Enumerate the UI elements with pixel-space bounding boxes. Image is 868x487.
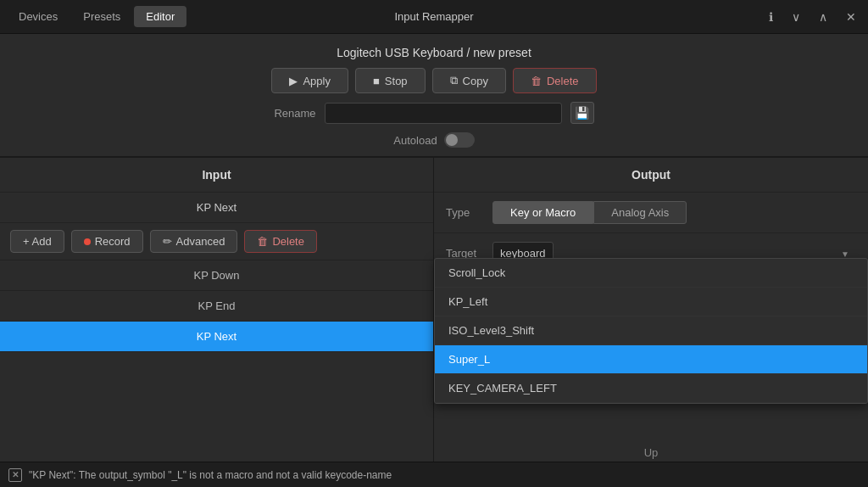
minimize-button[interactable]: ∨ <box>787 8 805 25</box>
play-icon: ▶ <box>289 75 298 87</box>
delete-input-button[interactable]: 🗑 Delete <box>244 230 317 253</box>
rename-input[interactable] <box>325 103 562 124</box>
action-buttons: ▶ Apply ■ Stop ⧉ Copy 🗑 Delete <box>271 68 596 93</box>
record-button[interactable]: Record <box>71 230 143 253</box>
chevron-down-icon: ▼ <box>841 249 849 258</box>
key-list: KP Down KP End KP Next <box>0 260 433 466</box>
stop-button[interactable]: ■ Stop <box>355 68 426 93</box>
dropdown-item-kp-left[interactable]: KP_Left <box>435 288 867 316</box>
app-title: Input Remapper <box>394 10 473 23</box>
save-button[interactable]: 💾 <box>570 102 594 124</box>
input-current-key: KP Next <box>0 193 433 223</box>
toolbar-section: Logitech USB Keyboard / new preset ▶ App… <box>0 34 868 157</box>
copy-button[interactable]: ⧉ Copy <box>432 68 506 93</box>
key-item-kp-end[interactable]: KP End <box>0 291 433 322</box>
output-header: Output <box>434 158 868 193</box>
rename-row: Rename 💾 <box>274 102 593 124</box>
dropdown-item-super-l[interactable]: Super_L <box>435 345 867 374</box>
dropdown-item-key-camera-left[interactable]: KEY_CAMERA_LEFT <box>435 374 867 403</box>
tab-presets[interactable]: Presets <box>71 6 132 27</box>
status-text: "KP Next": The output_symbol "_L" is not… <box>29 469 392 481</box>
autoload-toggle[interactable] <box>444 132 475 148</box>
tab-editor[interactable]: Editor <box>134 6 186 27</box>
titlebar-tabs: Devices Presets Editor <box>7 6 186 27</box>
key-dropdown: Scroll_Lock KP_Left ISO_Level3_Shift Sup… <box>434 258 868 404</box>
type-label: Type <box>446 206 484 219</box>
trash-input-icon: 🗑 <box>257 235 268 248</box>
toggle-knob <box>446 134 458 146</box>
main-content: Input KP Next + Add Record ✏ Advanced 🗑 … <box>0 157 868 466</box>
record-dot-icon <box>84 238 91 245</box>
key-item-kp-next[interactable]: KP Next <box>0 322 433 352</box>
dropdown-item-iso-level3[interactable]: ISO_Level3_Shift <box>435 316 867 345</box>
info-button[interactable]: ℹ <box>764 8 778 25</box>
key-item-kp-down[interactable]: KP Down <box>0 260 433 291</box>
autoload-label: Autoload <box>393 134 437 147</box>
type-buttons: Key or Macro Analog Axis <box>492 201 687 224</box>
add-button[interactable]: + Add <box>10 230 64 253</box>
maximize-button[interactable]: ∧ <box>814 8 832 25</box>
output-panel: Output Type Key or Macro Analog Axis Tar… <box>434 158 868 466</box>
up-label: Up <box>644 446 659 459</box>
input-header: Input <box>0 158 433 193</box>
input-action-row: + Add Record ✏ Advanced 🗑 Delete <box>0 223 433 260</box>
dropdown-item-scroll-lock[interactable]: Scroll_Lock <box>435 259 867 288</box>
input-panel: Input KP Next + Add Record ✏ Advanced 🗑 … <box>0 158 434 466</box>
window-controls: ℹ ∨ ∧ ✕ <box>764 8 861 25</box>
analog-axis-button[interactable]: Analog Axis <box>593 201 687 224</box>
statusbar: ✕ "KP Next": The output_symbol "_L" is n… <box>0 462 868 487</box>
status-error-icon: ✕ <box>8 468 22 482</box>
autoload-row: Autoload <box>393 132 474 148</box>
stop-icon: ■ <box>373 75 380 87</box>
preset-title: Logitech USB Keyboard / new preset <box>337 46 531 59</box>
advanced-button[interactable]: ✏ Advanced <box>150 230 238 253</box>
type-row: Type Key or Macro Analog Axis <box>434 193 868 233</box>
close-button[interactable]: ✕ <box>841 8 861 25</box>
pencil-icon: ✏ <box>163 235 172 248</box>
tab-devices[interactable]: Devices <box>7 6 70 27</box>
dropdown-scroll: Scroll_Lock KP_Left ISO_Level3_Shift Sup… <box>435 259 867 403</box>
delete-button[interactable]: 🗑 Delete <box>513 68 597 93</box>
rename-label: Rename <box>274 107 315 120</box>
copy-icon: ⧉ <box>450 74 458 87</box>
key-or-macro-button[interactable]: Key or Macro <box>492 201 593 224</box>
titlebar: Devices Presets Editor Input Remapper ℹ … <box>0 0 868 34</box>
apply-button[interactable]: ▶ Apply <box>271 68 348 93</box>
trash-icon: 🗑 <box>531 75 542 87</box>
